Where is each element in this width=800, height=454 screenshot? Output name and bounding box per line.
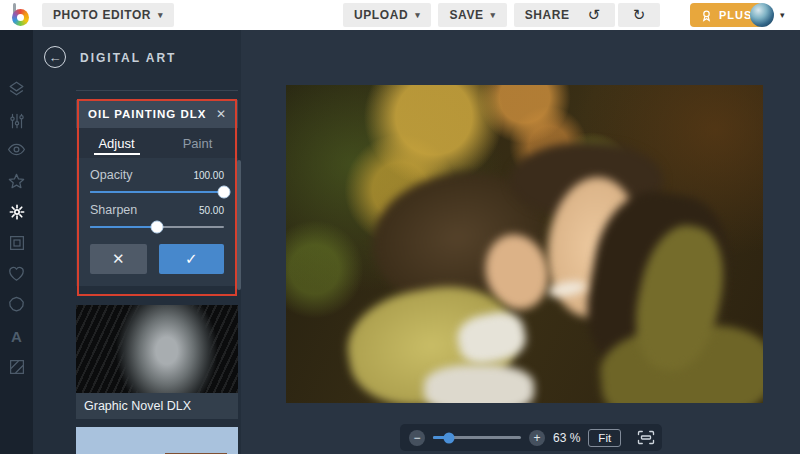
canvas-image[interactable] — [286, 85, 763, 403]
touchup-icon[interactable] — [0, 136, 33, 162]
text-icon[interactable]: A — [0, 323, 33, 349]
effect-title: OIL PAINTING DLX — [88, 108, 206, 120]
effects-icon[interactable] — [0, 168, 33, 194]
village-preview-image — [76, 427, 238, 454]
chevron-down-icon: ▾ — [158, 10, 163, 20]
layers-icon[interactable] — [0, 75, 33, 101]
cancel-button[interactable]: ✕ — [90, 244, 147, 274]
back-arrow-icon: ← — [49, 50, 62, 65]
fullscreen-button[interactable] — [637, 428, 655, 448]
save-label: SAVE — [449, 8, 483, 22]
sharpen-label: Sharpen — [90, 203, 137, 217]
plus-icon: + — [533, 431, 540, 445]
graphic-novel-preview-image — [76, 305, 238, 393]
digital-art-panel: ← DIGITAL ART OIL PAINTING DLX ✕ Adjust … — [33, 30, 241, 454]
sharpen-slider-thumb[interactable] — [151, 221, 164, 234]
chevron-down-icon: ▾ — [491, 10, 496, 20]
fit-to-screen-icon — [637, 430, 655, 445]
logo-color-wheel-icon — [12, 9, 29, 26]
upload-button[interactable]: UPLOAD ▾ — [343, 3, 431, 27]
graphics-icon[interactable] — [0, 260, 33, 286]
account-chevron-down-icon[interactable]: ▾ — [780, 10, 785, 20]
apply-button[interactable]: ✓ — [159, 244, 224, 274]
effect-actions: ✕ ✓ — [90, 244, 224, 274]
upload-label: UPLOAD — [354, 8, 408, 22]
frames-icon[interactable] — [0, 230, 33, 256]
back-button[interactable]: ← — [44, 46, 66, 68]
opacity-value: 100.00 — [193, 170, 224, 181]
effect-thumbnail-graphic-novel[interactable]: Graphic Novel DLX — [76, 305, 238, 419]
artsy-icon[interactable] — [0, 199, 33, 225]
befunky-logo-icon[interactable] — [10, 3, 36, 27]
minus-icon: − — [413, 431, 420, 445]
fit-button[interactable]: Fit — [588, 429, 621, 447]
effect-settings: Opacity 100.00 Sharpen 50.00 — [76, 158, 238, 286]
opacity-slider-fill — [90, 191, 224, 193]
save-button[interactable]: SAVE ▾ — [438, 3, 506, 27]
zoom-percent-value: 63 % — [553, 431, 580, 445]
zoom-in-button[interactable]: + — [529, 430, 545, 446]
effect-tabs: Adjust Paint — [76, 128, 238, 158]
chevron-down-icon: ▾ — [415, 10, 420, 20]
canvas-workspace — [241, 30, 800, 454]
sharpen-slider-fill — [90, 226, 157, 228]
opacity-slider[interactable] — [90, 191, 224, 193]
undo-button[interactable]: ↺ — [573, 3, 615, 27]
plus-label: PLUS — [719, 9, 752, 21]
tab-paint[interactable]: Paint — [157, 128, 238, 158]
photo-editor-menu-label: PHOTO EDITOR — [53, 8, 151, 22]
oil-painting-card: OIL PAINTING DLX ✕ Adjust Paint Opacity … — [76, 100, 238, 286]
overlays-icon[interactable] — [0, 291, 33, 317]
sharpen-slider[interactable] — [90, 226, 224, 228]
redo-button[interactable]: ↻ — [618, 3, 660, 27]
cancel-x-icon: ✕ — [112, 250, 125, 268]
tab-paint-label: Paint — [183, 136, 213, 151]
tab-adjust-label: Adjust — [98, 136, 134, 151]
top-bar: PHOTO EDITOR ▾ UPLOAD ▾ SAVE ▾ SHARE ▾ ↺… — [0, 0, 800, 30]
text-icon-glyph: A — [11, 328, 22, 345]
zoom-slider-thumb[interactable] — [443, 432, 454, 443]
effect-header: OIL PAINTING DLX ✕ — [76, 100, 238, 128]
redo-icon: ↻ — [633, 6, 646, 24]
zoom-controls: − + 63 % Fit — [400, 424, 662, 451]
zoom-slider[interactable] — [433, 436, 521, 439]
undo-icon: ↺ — [588, 6, 601, 24]
panel-title: DIGITAL ART — [80, 51, 176, 65]
apply-check-icon: ✓ — [185, 250, 198, 268]
effect-thumbnail-village[interactable] — [76, 427, 238, 454]
history-controls: ↺ ↻ — [573, 3, 660, 27]
award-badge-icon — [700, 9, 713, 22]
sharpen-slider-row: Sharpen 50.00 — [90, 203, 224, 228]
topbar-actions: UPLOAD ▾ SAVE ▾ SHARE ▾ — [343, 3, 593, 27]
user-avatar[interactable] — [750, 3, 774, 27]
share-label: SHARE — [525, 8, 570, 22]
photo-editor-menu-button[interactable]: PHOTO EDITOR ▾ — [42, 3, 174, 27]
sharpen-value: 50.00 — [199, 205, 224, 216]
close-icon[interactable]: ✕ — [216, 107, 226, 121]
divider — [76, 90, 238, 91]
textures-icon[interactable] — [0, 354, 33, 380]
zoom-out-button[interactable]: − — [409, 430, 425, 446]
tool-rail: A — [0, 30, 33, 454]
tab-adjust[interactable]: Adjust — [76, 128, 157, 158]
opacity-slider-thumb[interactable] — [218, 186, 231, 199]
opacity-label: Opacity — [90, 168, 132, 182]
art-shape — [424, 365, 534, 403]
thumbnail-label: Graphic Novel DLX — [76, 393, 238, 419]
opacity-slider-row: Opacity 100.00 — [90, 168, 224, 193]
adjust-icon[interactable] — [0, 108, 33, 134]
panel-scrollbar[interactable] — [237, 160, 241, 290]
